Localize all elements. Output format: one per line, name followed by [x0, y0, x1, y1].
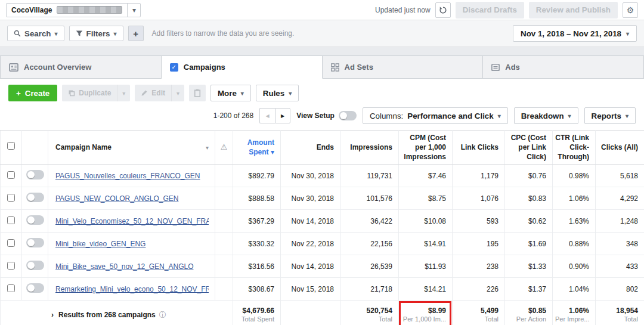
campaign-active-toggle[interactable] [26, 215, 44, 225]
row-checkbox[interactable] [7, 216, 15, 224]
filter-bar: Search ▾ Filters ▾ + Add filters to narr… [0, 20, 644, 47]
paste-button[interactable] [189, 85, 206, 101]
chevron-down-icon[interactable]: ▾ [171, 85, 184, 101]
campaign-active-toggle[interactable] [26, 238, 44, 247]
cpc-cell: $0.76 [505, 165, 553, 187]
delivery-warning-cell [215, 187, 233, 210]
sort-caret-icon: ▾ [271, 148, 274, 156]
summary-row: ›Results from 268 campaignsⓘ $4,679.66 T… [1, 301, 644, 325]
tab-campaigns[interactable]: ✓ Campaigns [162, 55, 323, 79]
reports-label: Reports [592, 112, 621, 120]
campaign-active-toggle[interactable] [26, 193, 44, 202]
row-checkbox[interactable] [7, 171, 15, 179]
cpc-cell: $1.37 [505, 278, 553, 301]
campaign-active-toggle[interactable] [26, 170, 44, 179]
campaign-name-link[interactable]: Mini_bike_video_GEN_ENG [55, 240, 209, 248]
delivery-warning-cell [215, 210, 233, 233]
more-button[interactable]: More ▾ [210, 85, 251, 101]
pencil-icon [141, 89, 148, 97]
sort-caret-icon: ▾ [206, 144, 209, 152]
discard-drafts-button[interactable]: Discard Drafts [456, 2, 524, 18]
column-header-ctr[interactable]: CTR (Link Click-Through) [553, 131, 596, 165]
view-setup-label: View Setup [296, 112, 335, 120]
ctr-cell: 1.04% [553, 278, 596, 301]
review-publish-button[interactable]: Review and Publish [529, 2, 618, 18]
results-summary: ›Results from 268 campaignsⓘ [1, 301, 233, 325]
campaign-name-link[interactable]: Remarketing_Mini_velo_econo_50_12_NOV_FR… [55, 285, 209, 293]
campaigns-checkbox-icon: ✓ [170, 63, 178, 72]
clicks-all-cell: 5,618 [596, 165, 644, 187]
campaign-name-link[interactable]: PAGUS_Nouvelles_couleurs_FRANCO_GEN [55, 172, 209, 180]
rules-button[interactable]: Rules ▾ [256, 85, 299, 101]
column-header-cpm[interactable]: CPM (Cost per 1,000 Impressions [399, 131, 453, 165]
amount-spent-cell: $888.58 [233, 187, 281, 210]
view-setup-toggle[interactable] [339, 111, 357, 120]
tab-label: Campaigns [184, 63, 225, 72]
chevron-down-icon: ▾ [241, 90, 244, 97]
account-selector[interactable]: CocoVillage ▾ [6, 3, 141, 17]
delivery-warning-cell [215, 165, 233, 187]
ctr-cell: 1.63% [553, 210, 596, 233]
cpm-cell: $10.08 [399, 210, 453, 233]
campaign-name-link[interactable]: Mini_Bike_save_50_nov_12_GEN_ANGLO [55, 262, 209, 271]
settings-button[interactable]: ⚙ [623, 2, 638, 18]
row-checkbox[interactable] [7, 194, 15, 202]
tab-account-overview[interactable]: Account Overview [0, 55, 162, 79]
reports-button[interactable]: Reports ▾ [584, 107, 636, 124]
date-range-selector[interactable]: Nov 1, 2018 – Nov 21, 2018 ▾ [513, 25, 637, 42]
ctr-cell: 0.90% [553, 255, 596, 278]
campaign-active-toggle[interactable] [26, 283, 44, 293]
campaign-name-link[interactable]: Mini_Velo_Economisez_50_12_NOV_GEN_FRANC… [55, 217, 209, 225]
tab-ads[interactable]: Ads [483, 55, 644, 79]
column-header-amount-spent[interactable]: Amount Spent ▾ [233, 131, 281, 165]
cpm-cell: $8.75 [399, 187, 453, 210]
row-checkbox[interactable] [7, 262, 15, 270]
columns-button[interactable]: Columns: Performance and Click ▾ [363, 107, 508, 124]
add-filter-button[interactable]: + [128, 26, 144, 41]
more-label: More [218, 89, 237, 98]
column-header-cpc[interactable]: CPC (Cost per Link Click) [505, 131, 553, 165]
previous-page-button[interactable]: ◀ [259, 108, 275, 123]
tab-ad-sets[interactable]: Ad Sets [323, 55, 484, 79]
duplicate-label: Duplicate [79, 89, 111, 97]
chevron-down-icon: ▾ [54, 30, 57, 37]
filters-label: Filters [86, 29, 110, 38]
chevron-down-icon[interactable]: ▾ [117, 85, 130, 101]
column-header-campaign-name[interactable]: ▾ Campaign Name [48, 131, 215, 165]
column-header-ends[interactable]: Ends [281, 131, 340, 165]
column-header-link-clicks[interactable]: Link Clicks [453, 131, 505, 165]
table-controls: 1-200 of 268 ◀ ▶ View Setup Columns: Per… [0, 105, 644, 130]
duplicate-button[interactable]: Duplicate ▾ [62, 85, 130, 101]
filter-icon [76, 30, 83, 37]
row-checkbox[interactable] [7, 239, 15, 247]
info-icon[interactable]: ⓘ [159, 311, 166, 319]
row-checkbox[interactable] [7, 284, 15, 292]
cpm-cell: $14.21 [399, 278, 453, 301]
next-page-button[interactable]: ▶ [275, 108, 290, 123]
expand-results-chevron-icon[interactable]: › [51, 311, 54, 319]
breakdown-button[interactable]: Breakdown ▾ [514, 107, 578, 124]
search-button[interactable]: Search ▾ [7, 26, 64, 41]
column-header-impressions[interactable]: Impressions [340, 131, 399, 165]
create-button[interactable]: + Create [8, 85, 57, 101]
table-row: PAGUS_NEW_COLOR_ANGLO_GEN $888.58 Nov 30… [1, 187, 644, 210]
select-all-checkbox[interactable] [7, 142, 15, 150]
ends-cell: Nov 30, 2018 [281, 165, 340, 187]
link-clicks-cell: 1,076 [453, 187, 505, 210]
refresh-button[interactable] [435, 2, 451, 18]
campaign-name-link[interactable]: PAGUS_NEW_COLOR_ANGLO_GEN [55, 194, 209, 203]
link-clicks-cell: 226 [453, 278, 505, 301]
amount-spent-cell: $316.56 [233, 255, 281, 278]
edit-button[interactable]: Edit ▾ [135, 85, 184, 101]
total-ctr-cell: 1.06% Per Impre... [553, 301, 596, 325]
filters-button[interactable]: Filters ▾ [69, 26, 123, 41]
plus-icon: + [16, 89, 21, 98]
cpm-cell: $11.93 [399, 255, 453, 278]
campaign-active-toggle[interactable] [26, 261, 44, 270]
column-header-clicks-all[interactable]: Clicks (All) [596, 131, 644, 165]
refresh-icon [439, 6, 447, 14]
top-bar: CocoVillage ▾ Updated just now Discard D… [0, 0, 644, 20]
chevron-down-icon: ▾ [114, 30, 117, 37]
search-label: Search [24, 29, 51, 38]
delivery-warning-column-header[interactable]: ⚠ [215, 131, 233, 165]
